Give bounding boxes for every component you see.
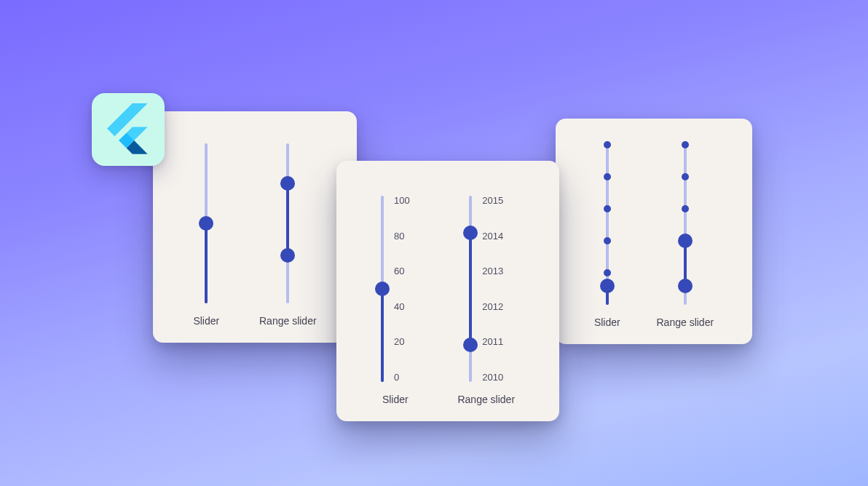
tick-label: 60 <box>394 266 410 276</box>
flutter-badge <box>92 93 165 166</box>
card-discrete-sliders: Slider Range slider <box>556 119 752 344</box>
range-slider-ticks: 2015 2014 2013 2012 2011 2010 <box>482 196 503 382</box>
range-thumb-high[interactable] <box>678 234 693 248</box>
range-thumb-low[interactable] <box>678 279 693 293</box>
slider-unit: Slider <box>193 133 219 327</box>
card-basic-sliders: Slider Range slider <box>153 111 357 343</box>
vertical-range-slider[interactable] <box>286 143 289 303</box>
range-slider-label: Range slider <box>259 315 317 327</box>
tick-dot <box>682 173 689 180</box>
vertical-slider[interactable] <box>205 143 208 303</box>
tick-label: 40 <box>394 302 410 311</box>
slider-thumb[interactable] <box>600 279 615 293</box>
tick-dot <box>604 173 611 180</box>
flutter-logo-icon <box>107 103 149 156</box>
tick-label: 2015 <box>482 196 503 205</box>
vertical-range-slider[interactable] <box>684 145 687 305</box>
slider-thumb[interactable] <box>375 282 390 296</box>
range-slider-label: Range slider <box>457 394 515 405</box>
range-thumb-low[interactable] <box>463 338 478 352</box>
range-slider-unit: Range slider <box>259 133 317 327</box>
tick-dot <box>682 205 689 212</box>
tick-label: 0 <box>394 373 410 382</box>
tick-label: 20 <box>394 337 410 346</box>
slider-unit: Slider <box>594 140 620 328</box>
tick-dot <box>604 141 611 148</box>
tick-dot <box>604 205 611 212</box>
range-slider-unit: 2015 2014 2013 2012 2011 2010 Range slid… <box>457 183 515 405</box>
vertical-slider[interactable] <box>381 196 384 382</box>
range-thumb-low[interactable] <box>280 248 295 263</box>
slider-label: Slider <box>193 315 219 327</box>
tick-label: 100 <box>394 196 410 205</box>
card-labeled-sliders: 100 80 60 40 20 0 Slider <box>336 161 559 421</box>
slider-ticks: 100 80 60 40 20 0 <box>394 196 410 382</box>
slider-label: Slider <box>382 394 409 405</box>
range-slider-label: Range slider <box>656 316 714 328</box>
vertical-range-slider[interactable] <box>469 196 472 382</box>
tick-label: 80 <box>394 231 410 241</box>
tick-label: 2010 <box>482 373 503 382</box>
tick-dot <box>682 141 689 148</box>
slider-label: Slider <box>594 316 620 328</box>
slider-thumb[interactable] <box>199 216 213 231</box>
range-slider-unit: Range slider <box>656 140 714 328</box>
slider-unit: 100 80 60 40 20 0 Slider <box>381 183 410 405</box>
tick-label: 2011 <box>482 337 503 346</box>
showcase-background: Slider Range slider <box>0 0 868 486</box>
range-thumb-high[interactable] <box>463 226 478 240</box>
tick-label: 2014 <box>482 231 503 241</box>
vertical-slider[interactable] <box>606 145 609 305</box>
tick-label: 2013 <box>482 266 503 276</box>
tick-dot <box>604 237 611 244</box>
tick-dot <box>604 269 611 276</box>
range-thumb-high[interactable] <box>280 176 295 191</box>
tick-label: 2012 <box>482 302 503 311</box>
